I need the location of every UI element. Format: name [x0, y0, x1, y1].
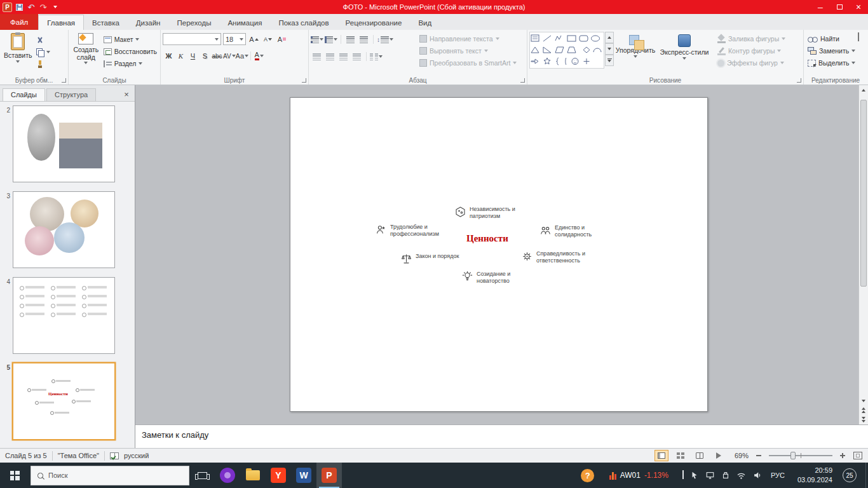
- select-button[interactable]: Выделить: [806, 57, 866, 69]
- spellcheck-icon[interactable]: [110, 452, 119, 459]
- character-spacing-button[interactable]: AV: [223, 50, 236, 62]
- notes-pane[interactable]: Заметки к слайду: [135, 424, 868, 448]
- strikethrough-button[interactable]: abc: [211, 50, 223, 62]
- slide-value-item[interactable]: Единство и солидарность: [539, 224, 607, 238]
- task-view-button[interactable]: [189, 463, 215, 488]
- previous-slide-button[interactable]: [859, 405, 868, 415]
- shapes-scroll-down-button[interactable]: [605, 43, 614, 55]
- justify-button[interactable]: [351, 51, 363, 62]
- notification-badge[interactable]: 25: [843, 468, 857, 482]
- arrange-button[interactable]: Упорядочить: [614, 32, 657, 69]
- scrollbar-thumb[interactable]: [860, 100, 867, 287]
- section-button[interactable]: Раздел: [102, 58, 159, 69]
- grow-font-button[interactable]: А: [248, 34, 260, 45]
- paste-button[interactable]: Вставить: [2, 32, 34, 70]
- taskbar-word[interactable]: W: [291, 463, 316, 488]
- tray-wifi-icon[interactable]: [736, 471, 746, 480]
- slide-value-item[interactable]: Созидание и новаторство: [461, 271, 529, 285]
- shapes-gallery-row-3[interactable]: [531, 56, 603, 67]
- drawing-dialog-launcher[interactable]: [797, 78, 801, 83]
- fit-to-window-button[interactable]: [853, 451, 863, 461]
- taskbar-file-explorer[interactable]: [240, 463, 266, 488]
- tray-volume-icon[interactable]: [752, 471, 762, 480]
- change-case-button[interactable]: Аа: [236, 50, 249, 62]
- hidden-icons-chevron[interactable]: [682, 471, 684, 479]
- show-desktop-button[interactable]: [865, 463, 868, 488]
- slide-thumbnail-4[interactable]: [13, 277, 115, 354]
- tab-design[interactable]: Дизайн: [128, 16, 169, 30]
- shrink-font-button[interactable]: А: [262, 34, 274, 45]
- quick-styles-button[interactable]: Экспресс-стили: [657, 32, 712, 69]
- slide-thumbnail-5-selected[interactable]: Ценности: [13, 363, 115, 440]
- slide-center-title[interactable]: Ценности: [466, 233, 508, 244]
- paragraph-dialog-launcher[interactable]: [520, 78, 525, 83]
- line-spacing-button[interactable]: ↕: [377, 34, 393, 45]
- view-sorter-button[interactable]: [674, 450, 688, 461]
- increase-indent-button[interactable]: [358, 34, 370, 45]
- qat-customize-dropdown[interactable]: [50, 2, 60, 12]
- reset-button[interactable]: Восстановить: [102, 46, 159, 57]
- close-slides-panel-button[interactable]: ×: [121, 88, 132, 100]
- view-normal-button[interactable]: [654, 450, 668, 461]
- tab-slideshow[interactable]: Показ слайдов: [270, 16, 337, 30]
- save-button[interactable]: [14, 2, 24, 12]
- clipboard-dialog-launcher[interactable]: [62, 78, 66, 83]
- stock-ticker[interactable]: AW01 -1.13%: [609, 471, 668, 480]
- zoom-slider-thumb[interactable]: [790, 452, 796, 459]
- zoom-out-button[interactable]: [754, 451, 764, 461]
- taskbar-yandex-browser[interactable]: Y: [266, 463, 291, 488]
- scroll-down-button[interactable]: [859, 396, 868, 405]
- tab-file[interactable]: Файл: [0, 14, 38, 30]
- shape-outline-button[interactable]: Контур фигуры: [715, 45, 787, 57]
- slide-thumbnail-3[interactable]: [13, 191, 115, 268]
- text-shadow-button[interactable]: S: [199, 50, 211, 62]
- font-dialog-launcher[interactable]: [302, 78, 306, 83]
- tab-home[interactable]: Главная: [38, 15, 84, 30]
- bullets-button[interactable]: [311, 34, 323, 45]
- shapes-scroll-up-button[interactable]: [605, 32, 614, 43]
- slide-editing-area[interactable]: Независимость и патриотизм Трудолюбие и …: [290, 97, 708, 412]
- close-button[interactable]: ×: [849, 0, 868, 14]
- tab-view[interactable]: Вид: [410, 16, 440, 30]
- undo-button[interactable]: ↶: [26, 2, 36, 12]
- numbering-button[interactable]: [325, 34, 337, 45]
- tab-animations[interactable]: Анимация: [219, 16, 270, 30]
- layout-button[interactable]: Макет: [102, 34, 159, 45]
- maximize-button[interactable]: [830, 0, 849, 14]
- language-switcher[interactable]: РУС: [768, 471, 787, 479]
- decrease-indent-button[interactable]: [344, 34, 356, 45]
- shapes-more-button[interactable]: [605, 55, 614, 66]
- cut-button[interactable]: [34, 34, 52, 46]
- scroll-up-button[interactable]: [859, 85, 868, 95]
- redo-button[interactable]: ↷: [38, 2, 48, 12]
- taskbar-help-app[interactable]: ?: [575, 463, 600, 488]
- font-family-combo[interactable]: [163, 33, 221, 45]
- taskbar-clock[interactable]: 20:59 03.09.2024: [794, 466, 836, 485]
- collapse-ribbon-button[interactable]: [858, 34, 863, 39]
- tray-display-icon[interactable]: [705, 471, 715, 480]
- copy-button[interactable]: [34, 46, 52, 58]
- align-right-button[interactable]: [337, 51, 349, 62]
- font-size-combo[interactable]: 18: [223, 33, 246, 45]
- taskbar-search[interactable]: Поиск: [31, 466, 189, 485]
- format-painter-button[interactable]: [34, 58, 52, 70]
- italic-button[interactable]: К: [175, 50, 187, 62]
- shape-effects-button[interactable]: Эффекты фигур: [715, 57, 787, 69]
- zoom-in-button[interactable]: [837, 451, 848, 461]
- slide-thumbnail-2[interactable]: [13, 105, 115, 182]
- zoom-slider[interactable]: [769, 451, 832, 461]
- columns-button[interactable]: [370, 51, 383, 62]
- slide-value-item[interactable]: Справедливость и ответственность: [521, 250, 600, 264]
- zoom-level[interactable]: 69%: [731, 452, 749, 459]
- view-slideshow-button[interactable]: [712, 450, 726, 461]
- align-text-button[interactable]: Выровнять текст: [417, 45, 519, 57]
- view-reading-button[interactable]: [693, 450, 707, 461]
- minimize-button[interactable]: –: [811, 0, 830, 14]
- align-center-button[interactable]: [324, 51, 336, 62]
- tab-slides-panel[interactable]: Слайды: [3, 88, 45, 101]
- shape-fill-button[interactable]: Заливка фигуры: [715, 33, 787, 44]
- taskbar-powerpoint-active[interactable]: P: [316, 463, 342, 488]
- convert-smartart-button[interactable]: Преобразовать в SmartArt: [417, 57, 519, 69]
- language-indicator[interactable]: русский: [124, 452, 149, 459]
- text-direction-button[interactable]: Направление текста: [417, 33, 519, 44]
